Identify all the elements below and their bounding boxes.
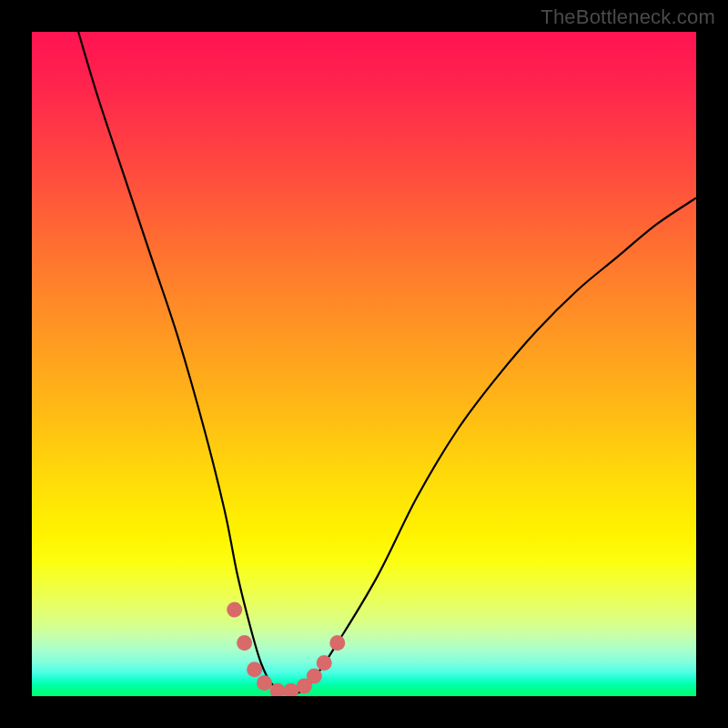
marker-group (227, 602, 345, 696)
highlight-marker (307, 669, 322, 684)
highlight-marker (283, 683, 298, 696)
highlight-marker (257, 675, 272, 691)
highlight-marker (247, 662, 262, 677)
chart-svg (32, 32, 696, 696)
plot-area (32, 32, 696, 696)
highlight-marker (317, 655, 332, 671)
highlight-marker (237, 635, 252, 651)
highlight-marker (329, 635, 345, 651)
watermark-text: TheBottleneck.com (541, 5, 715, 29)
bottleneck-curve-line (78, 32, 696, 694)
highlight-marker (227, 602, 242, 618)
